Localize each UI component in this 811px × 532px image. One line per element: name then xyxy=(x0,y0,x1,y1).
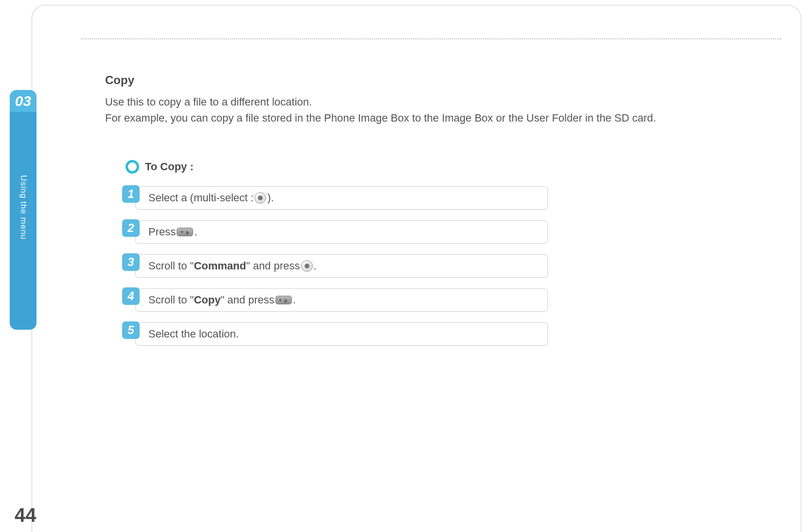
intro-line-1: Use this to copy a file to a different l… xyxy=(105,96,312,108)
sidebar-tab-label: Using the menu xyxy=(18,175,28,240)
step-text: Scroll to " Copy " and press . xyxy=(135,288,548,312)
sidebar-tab: Using the menu xyxy=(10,112,36,330)
step-row: 4 Scroll to " Copy " and press . xyxy=(125,288,548,312)
content-area: Copy Use this to copy a file to a differ… xyxy=(105,73,772,356)
intro-text: Use this to copy a file to a different l… xyxy=(105,94,772,126)
step-text-after: ). xyxy=(267,192,273,204)
step-row: 1 Select a (multi-select : ). xyxy=(125,186,548,210)
step-text-after: . xyxy=(293,294,296,306)
softkey-icon xyxy=(275,296,292,304)
step-number: 4 xyxy=(122,287,140,305)
step-row: 3 Scroll to " Command " and press . xyxy=(125,254,548,278)
step-text-bold: Command xyxy=(194,260,246,272)
steps-header: To Copy : xyxy=(126,160,772,174)
step-text-before: Select a (multi-select : xyxy=(148,192,253,204)
ring-icon xyxy=(126,160,139,174)
steps-block: To Copy : 1 Select a (multi-select : ). … xyxy=(125,160,772,346)
page-number: 44 xyxy=(15,504,36,526)
section-title: Copy xyxy=(105,73,772,87)
ok-button-icon xyxy=(301,260,313,272)
step-text-mid: " and press xyxy=(220,294,274,306)
ok-button-icon xyxy=(254,192,266,204)
step-text-bold: Copy xyxy=(194,294,220,306)
step-row: 2 Press . xyxy=(125,220,548,244)
step-text-before: Scroll to " xyxy=(148,294,194,306)
page-frame: Copy Use this to copy a file to a differ… xyxy=(32,5,801,532)
intro-line-2: For example, you can copy a file stored … xyxy=(105,112,656,124)
softkey-icon xyxy=(177,228,193,236)
step-text-before: Press xyxy=(148,226,176,238)
step-text-mid: " and press xyxy=(246,260,300,272)
step-number: 1 xyxy=(122,185,140,203)
step-number: 3 xyxy=(122,253,140,271)
step-text-before: Select the location. xyxy=(148,328,239,340)
step-text: Scroll to " Command " and press . xyxy=(135,254,548,278)
step-number: 2 xyxy=(122,219,140,237)
steps-title: To Copy : xyxy=(145,160,194,173)
step-text: Press . xyxy=(135,220,548,244)
step-text-before: Scroll to " xyxy=(148,260,194,272)
step-text: Select the location. xyxy=(135,322,548,346)
step-number: 5 xyxy=(122,321,140,339)
step-text: Select a (multi-select : ). xyxy=(135,186,548,210)
chapter-number: 03 xyxy=(10,90,36,112)
divider xyxy=(81,38,781,39)
step-text-after: . xyxy=(194,226,197,238)
step-row: 5 Select the location. xyxy=(125,322,548,346)
step-text-after: . xyxy=(314,260,317,272)
